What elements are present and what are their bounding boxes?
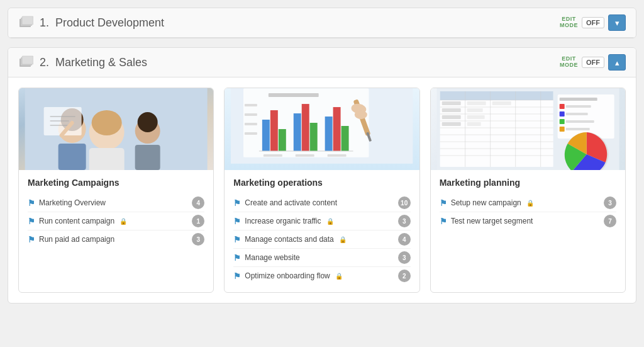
section-title-marketing-sales: 2. Marketing & Sales	[18, 55, 147, 70]
svg-rect-33	[310, 123, 318, 151]
section-2-content: Marketing Campaigns ⚑ Marketing Overview…	[8, 77, 636, 303]
svg-point-15	[138, 112, 158, 132]
task-left: ⚑ Test new target segment	[440, 217, 533, 226]
task-left: ⚑ Run paid ad campaign	[28, 235, 114, 244]
svg-point-44	[355, 110, 367, 119]
task-label: Optimize onboarding flow	[245, 271, 330, 280]
svg-rect-47	[440, 91, 553, 100]
task-flag-icon: ⚑	[233, 198, 241, 208]
pages-icon-2	[18, 55, 33, 70]
svg-rect-64	[441, 108, 460, 112]
svg-rect-39	[296, 154, 314, 157]
task-flag-icon: ⚑	[233, 217, 241, 226]
task-label: Manage contacts and data	[245, 235, 333, 244]
pages-icon	[18, 15, 33, 30]
svg-rect-28	[262, 120, 270, 151]
lock-icon: 🔒	[339, 236, 347, 243]
task-item[interactable]: ⚑ Manage website 3	[233, 249, 410, 267]
svg-rect-75	[565, 113, 587, 115]
task-left: ⚑ Optimize onboarding flow 🔒	[233, 271, 342, 281]
task-badge: 3	[398, 251, 411, 264]
svg-rect-77	[565, 120, 594, 123]
task-badge: 3	[604, 196, 616, 209]
section-marketing-sales: 2. Marketing & Sales EDITMODE OFF ▴	[8, 47, 636, 304]
card-title-operations: Marketing operations	[233, 178, 410, 188]
svg-rect-73	[565, 105, 591, 108]
task-flag-icon: ⚑	[440, 198, 447, 208]
task-label: Manage website	[245, 253, 299, 262]
task-item[interactable]: ⚑ Setup new campaign 🔒 3	[440, 194, 616, 212]
task-item[interactable]: ⚑ Increase organic traffic 🔒 3	[233, 212, 410, 230]
svg-rect-31	[294, 113, 301, 151]
svg-rect-27	[245, 132, 257, 135]
task-item[interactable]: ⚑ Create and activate content 10	[233, 194, 410, 212]
card-body-campaigns: Marketing Campaigns ⚑ Marketing Overview…	[19, 170, 213, 256]
card-marketing-campaigns: Marketing Campaigns ⚑ Marketing Overview…	[18, 88, 214, 293]
task-left: ⚑ Manage website	[233, 253, 299, 263]
svg-rect-8	[89, 148, 125, 170]
svg-rect-62	[467, 101, 486, 105]
task-badge: 10	[398, 196, 411, 209]
task-label: Run content campaign	[39, 217, 114, 225]
svg-rect-67	[467, 115, 484, 119]
task-left: ⚑ Marketing Overview	[28, 198, 106, 208]
svg-rect-5	[22, 56, 33, 64]
section-product-development: 1. Product Development EDITMODE OFF ▾	[8, 8, 636, 38]
task-left: ⚑ Create and activate content	[233, 198, 337, 208]
card-title-campaigns: Marketing Campaigns	[28, 178, 204, 188]
svg-rect-78	[559, 127, 564, 132]
task-left: ⚑ Setup new campaign 🔒	[440, 198, 534, 208]
task-badge: 3	[192, 233, 204, 246]
svg-rect-36	[341, 126, 349, 151]
edit-mode-toggle-1[interactable]: OFF	[582, 17, 604, 28]
section-number-2: 2.	[40, 56, 49, 69]
task-flag-icon: ⚑	[233, 253, 241, 263]
task-item[interactable]: ⚑ Optimize onboarding flow 🔒 2	[233, 267, 410, 285]
task-item[interactable]: ⚑ Marketing Overview 4	[28, 194, 204, 212]
task-item[interactable]: ⚑ Run content campaign 🔒 1	[28, 212, 204, 230]
section-1-chevron-btn[interactable]: ▾	[608, 14, 626, 31]
task-label: Create and activate content	[245, 198, 337, 207]
card-image-campaigns	[19, 88, 213, 170]
svg-rect-25	[245, 113, 257, 116]
svg-rect-40	[328, 154, 347, 157]
svg-rect-30	[279, 129, 286, 151]
lock-icon: 🔒	[326, 218, 334, 225]
task-item[interactable]: ⚑ Test new target segment 7	[440, 212, 616, 230]
section-number-1: 1.	[40, 16, 49, 30]
card-image-operations	[225, 88, 419, 170]
edit-mode-toggle-2[interactable]: OFF	[582, 57, 604, 68]
task-flag-icon: ⚑	[28, 198, 35, 208]
svg-rect-23	[269, 93, 319, 97]
svg-rect-61	[441, 101, 460, 105]
section-1-controls: EDITMODE OFF ▾	[560, 14, 626, 31]
section-header-product-development: 1. Product Development EDITMODE OFF ▾	[8, 8, 636, 38]
task-label: Marketing Overview	[39, 198, 106, 207]
section-title-text-2: Marketing & Sales	[55, 56, 147, 69]
svg-rect-79	[565, 128, 589, 130]
svg-rect-74	[559, 111, 564, 117]
task-flag-icon: ⚑	[440, 217, 447, 226]
task-left: ⚑ Manage contacts and data 🔒	[233, 235, 346, 244]
svg-rect-69	[467, 122, 480, 126]
svg-rect-35	[333, 107, 341, 151]
task-item[interactable]: ⚑ Manage contacts and data 🔒 4	[233, 230, 410, 249]
svg-rect-72	[559, 104, 564, 109]
svg-rect-63	[492, 101, 511, 105]
card-marketing-planning: Marketing planning ⚑ Setup new campaign …	[430, 88, 626, 293]
svg-rect-32	[302, 104, 309, 151]
task-label: Increase organic traffic	[245, 217, 321, 225]
section-title-product-development: 1. Product Development	[18, 15, 164, 30]
svg-point-9	[92, 110, 122, 135]
section-2-chevron-btn[interactable]: ▴	[608, 54, 626, 71]
card-marketing-operations: Marketing operations ⚑ Create and activa…	[224, 88, 419, 293]
svg-rect-70	[557, 94, 614, 139]
svg-rect-71	[559, 98, 597, 101]
task-flag-icon: ⚑	[233, 235, 241, 244]
campaigns-art	[19, 88, 213, 170]
task-left: ⚑ Increase organic traffic 🔒	[233, 217, 333, 226]
card-body-planning: Marketing planning ⚑ Setup new campaign …	[431, 170, 625, 237]
task-item[interactable]: ⚑ Run paid ad campaign 3	[28, 230, 204, 248]
section-2-controls: EDITMODE OFF ▴	[560, 54, 626, 71]
svg-rect-26	[245, 123, 257, 125]
